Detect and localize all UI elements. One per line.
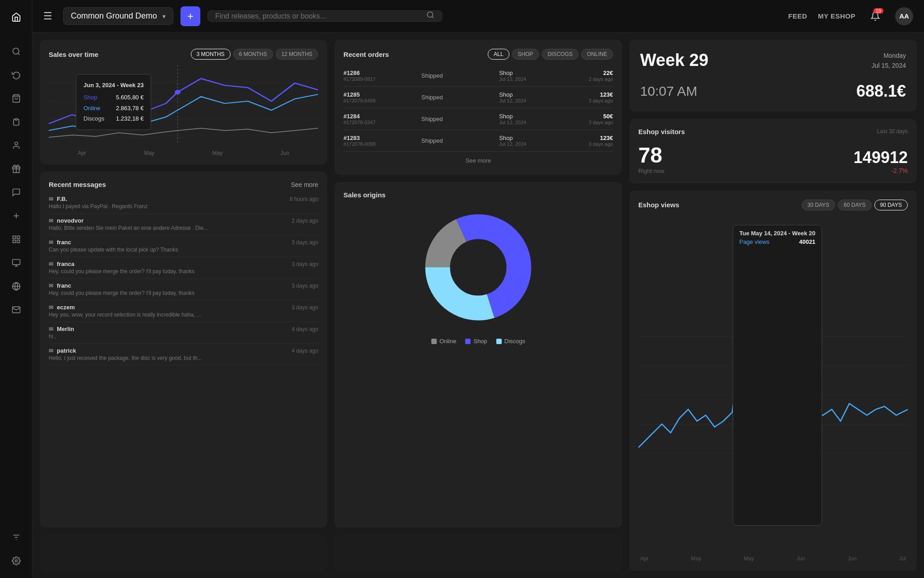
search-icon — [426, 11, 434, 21]
sales-over-time-card: Sales over time 3 MONTHS 6 MONTHS 12 MON… — [40, 40, 327, 164]
chart-x-labels: Apr May May Jun — [49, 148, 318, 156]
sales-time-tabs: 3 MONTHS 6 MONTHS 12 MONTHS — [191, 49, 319, 60]
tab-60days[interactable]: 60 DAYS — [838, 200, 871, 210]
sales-tooltip: Jun 3, 2024 - Week 23 Shop 5.605,80 € On… — [76, 74, 151, 130]
list-item[interactable]: ✉ F.B. 8 hours ago Hallo I payed via Pay… — [49, 192, 318, 214]
avatar[interactable]: AA — [895, 7, 913, 25]
tooltip-date: Jun 3, 2024 - Week 23 — [83, 80, 143, 90]
legend-discogs: Discogs — [496, 338, 525, 345]
demo-name: Common Ground Demo — [71, 11, 157, 21]
list-item[interactable]: ✉ eczem 3 days ago Hey you, wow, your re… — [49, 300, 318, 322]
sidebar-item-orders[interactable] — [6, 112, 26, 132]
sidebar-item-home[interactable] — [6, 7, 26, 27]
week-day: Monday — [872, 51, 906, 61]
sidebar-item-products[interactable] — [6, 159, 26, 179]
orders-see-more[interactable]: See more — [343, 152, 613, 166]
orders-tabs: ALL SHOP DISCOGS ONLINE — [488, 49, 613, 60]
sidebar-item-settings[interactable] — [6, 551, 26, 571]
sidebar-item-bag[interactable] — [6, 89, 26, 108]
topbar-nav: FEED MY ESHOP 19 AA — [788, 7, 913, 25]
topbar: ☰ Common Ground Demo ▾ + FEED MY ESHOP 1… — [32, 0, 924, 33]
tooltip-shop-label: Shop — [83, 92, 97, 103]
week-date-info: Monday Jul 15, 2024 — [872, 51, 906, 71]
envelope-icon: ✉ — [49, 283, 53, 289]
tab-3months[interactable]: 3 MONTHS — [191, 49, 231, 60]
sidebar-item-messages[interactable] — [6, 182, 26, 202]
envelope-icon: ✉ — [49, 196, 53, 202]
svg-point-4 — [14, 142, 18, 145]
svg-point-33 — [450, 239, 506, 295]
sidebar-item-inventory[interactable] — [6, 229, 26, 249]
tab-12months[interactable]: 12 MONTHS — [276, 49, 319, 60]
envelope-icon: ✉ — [49, 239, 53, 246]
tab-discogs[interactable]: DISCOGS — [542, 49, 578, 60]
messages-see-more[interactable]: See more — [291, 181, 319, 188]
sidebar-item-filters[interactable] — [6, 527, 26, 547]
list-item[interactable]: ✉ novodvor 2 days ago Hallo, Bitte sende… — [49, 214, 318, 235]
tab-30days[interactable]: 30 DAYS — [802, 200, 835, 210]
tooltip-discogs-label: Discogs — [83, 113, 104, 124]
notifications-button[interactable]: 19 — [866, 7, 884, 25]
messages-list: ✉ F.B. 8 hours ago Hallo I payed via Pay… — [49, 192, 318, 365]
list-item[interactable]: ✉ patrick 4 days ago Hello, I just recei… — [49, 344, 318, 365]
list-item[interactable]: ✉ franca 3 days ago Hey, could you pleas… — [49, 257, 318, 279]
svg-rect-3 — [15, 119, 17, 120]
tab-shop[interactable]: SHOP — [512, 49, 539, 60]
table-row[interactable]: #1284 #172078-0347 Shipped Shop Jul 12, … — [343, 108, 613, 130]
messages-title: Recent messages — [49, 181, 106, 188]
donut-chart-container: Online Shop Discogs — [343, 204, 613, 345]
views-x-labels: Apr May May Jun Jun Jul — [638, 555, 908, 562]
feed-link[interactable]: FEED — [788, 12, 807, 20]
recent-orders-card: Recent orders ALL SHOP DISCOGS ONLINE #1… — [334, 40, 622, 175]
svg-point-0 — [13, 48, 18, 54]
table-row[interactable]: #1286 #172089-0817 Shipped Shop Jul 13, … — [343, 65, 613, 87]
tooltip-online-value: 2.863,78 € — [116, 103, 143, 113]
eshop-views-card: Eshop views 30 DAYS 60 DAYS 90 DAYS — [629, 191, 917, 571]
sidebar — [0, 0, 32, 578]
sales-origins-title: Sales origins — [343, 191, 385, 199]
sidebar-item-monitor[interactable] — [6, 253, 26, 273]
list-item[interactable]: ✉ franc 3 days ago Can you please update… — [49, 235, 318, 257]
menu-button[interactable]: ☰ — [43, 10, 52, 22]
chevron-down-icon: ▾ — [162, 13, 166, 20]
svg-rect-9 — [13, 236, 15, 239]
notification-badge: 19 — [873, 8, 883, 14]
recent-messages-card: Recent messages See more ✉ F.B. 8 hours … — [40, 172, 327, 527]
views-tooltip-date: Tue May 14, 2024 - Week 20 — [739, 230, 816, 237]
sidebar-item-contacts[interactable] — [6, 135, 26, 155]
views-tooltip-label: Page views — [739, 238, 769, 245]
sidebar-item-mail[interactable] — [6, 300, 26, 320]
visitors-now-label: Right now — [638, 168, 665, 174]
sidebar-item-tools[interactable] — [6, 206, 26, 226]
svg-line-1 — [18, 53, 19, 55]
myeshop-link[interactable]: MY ESHOP — [818, 12, 855, 20]
left-column: Sales over time 3 MONTHS 6 MONTHS 12 MON… — [40, 40, 327, 571]
list-item[interactable]: ✉ franc 3 days ago Hey, could you please… — [49, 279, 318, 300]
plus-button[interactable]: + — [180, 6, 200, 26]
orders-list: #1286 #172089-0817 Shipped Shop Jul 13, … — [343, 65, 613, 152]
envelope-icon: ✉ — [49, 218, 53, 224]
sales-chart-area: Jun 3, 2024 - Week 23 Shop 5.605,80 € On… — [49, 65, 318, 155]
tooltip-shop-value: 5.605,80 € — [116, 92, 143, 103]
svg-point-22 — [427, 12, 433, 17]
week-date: Jul 15, 2024 — [872, 61, 906, 70]
legend-online-dot — [431, 339, 437, 344]
sidebar-item-search[interactable] — [6, 42, 26, 61]
bottom-left-card — [40, 535, 327, 571]
tab-90days[interactable]: 90 DAYS — [874, 200, 908, 210]
tooltip-discogs-value: 1.232,18 € — [116, 113, 143, 124]
table-row[interactable]: #1285 #172079-6499 Shipped Shop Jul 12, … — [343, 87, 613, 108]
search-input[interactable] — [215, 12, 421, 20]
visitors-now-group: 78 Right now — [638, 143, 665, 174]
sidebar-item-refresh[interactable] — [6, 65, 26, 85]
list-item[interactable]: ✉ Merlin 4 days ago hi , — [49, 322, 318, 344]
tab-all[interactable]: ALL — [488, 49, 509, 60]
chart-legend: Online Shop Discogs — [431, 338, 525, 345]
demo-selector[interactable]: Common Ground Demo ▾ — [63, 7, 173, 25]
sidebar-item-globe[interactable] — [6, 276, 26, 296]
eshop-views-title: Eshop views — [638, 201, 679, 209]
table-row[interactable]: #1283 #172078-0099 Shipped Shop Jul 12, … — [343, 130, 613, 152]
right-column: Week 29 Monday Jul 15, 2024 10:07 AM 688… — [629, 40, 917, 571]
tab-online[interactable]: ONLINE — [581, 49, 613, 60]
tab-6months[interactable]: 6 MONTHS — [233, 49, 273, 60]
